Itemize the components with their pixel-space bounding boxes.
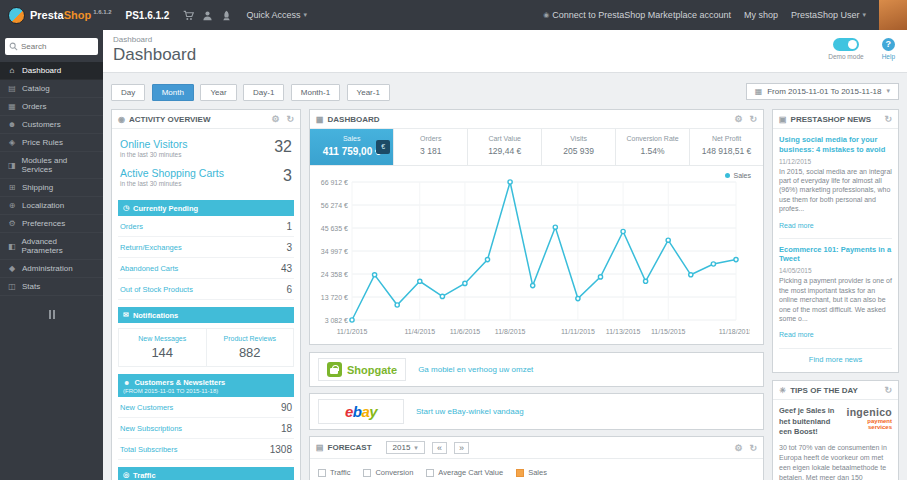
user-icon[interactable] [202,10,213,21]
quick-access-menu[interactable]: Quick Access▾ [246,10,307,20]
forecast-year-value: 2015 [393,443,411,452]
total-subscribers-link[interactable]: Total Subscribers [120,445,178,454]
brand-version: 1.6.1.2 [93,9,111,15]
help-control[interactable]: ? Help [882,38,895,60]
checkbox-icon[interactable] [363,469,371,477]
product-reviews-cell[interactable]: Product Reviews 882 [206,329,294,366]
read-more-link[interactable]: Read more [779,331,814,338]
cart-icon[interactable] [183,10,194,21]
gear-icon[interactable]: ⚙ [271,114,279,124]
brand-text: PrestaShop1.6.1.2 [30,9,112,21]
find-more-news-link[interactable]: Find more news [779,348,892,366]
checkbox-icon[interactable] [318,469,326,477]
forecast-year-select[interactable]: 2015▾ [386,441,425,454]
range-button-day-1[interactable]: Day-1 [243,84,284,101]
refresh-icon[interactable]: ↻ [749,114,757,124]
avatar[interactable] [879,0,907,30]
forecast-panel-title: FORECAST [328,443,372,452]
online-visitors-link[interactable]: Online Visitors [120,138,188,150]
kpi-sales[interactable]: Sales 411 759,00 € € [310,129,394,165]
checkbox-icon[interactable] [426,469,434,477]
news-item-title[interactable]: Using social media for your business: 4 … [779,135,892,155]
collapse-sidebar-button[interactable] [46,310,58,319]
forecast-legend-average-cart-value[interactable]: Average Cart Value [426,468,503,477]
pending-orders-link[interactable]: Orders [120,222,143,231]
date-range-picker[interactable]: ▦ From 2015-11-01 To 2015-11-18 ▾ [746,83,899,100]
svg-text:11/6/2015: 11/6/2015 [450,328,481,335]
read-more-link[interactable]: Read more [779,222,814,229]
pending-row: Return/Exchanges 3 [118,237,294,258]
sidebar-item-catalog[interactable]: ▤Catalog [0,80,103,98]
new-subscriptions-link[interactable]: New Subscriptions [120,424,182,433]
sidebar-item-price-rules[interactable]: ◈Price Rules [0,134,103,152]
my-shop-link[interactable]: My shop [744,10,778,20]
ebay-promo-link[interactable]: Start uw eBay-winkel vandaag [416,407,524,416]
ingenico-logo: ingenico payment services [843,406,892,436]
range-button-year-1[interactable]: Year-1 [347,84,390,101]
breadcrumb[interactable]: Dashboard [113,35,897,44]
sidebar-item-dashboard[interactable]: ⌂Dashboard [0,62,103,80]
forecast-next-button[interactable]: » [454,442,469,454]
customers-section-subtitle: (FROM 2015-11-01 TO 2015-11-18) [123,388,218,394]
checkbox-checked-icon[interactable] [516,469,524,477]
refresh-icon[interactable]: ↻ [884,114,892,124]
news-panel-title: PRESTASHOP NEWS [791,115,872,124]
range-button-month-1[interactable]: Month-1 [291,84,340,101]
sidebar-search[interactable] [5,38,98,55]
sidebar-item-localization[interactable]: ⊕Localization [0,197,103,215]
user-menu[interactable]: PrestaShop User▾ [791,10,866,20]
kpi-conversion-rate[interactable]: Conversion Rate 1.54% [616,129,690,165]
search-input[interactable] [21,42,91,51]
sidebar-item-label: Modules and Services [21,156,96,174]
prestashop-logo[interactable]: PrestaShop1.6.1.2 [0,7,120,24]
svg-text:13 720 €: 13 720 € [321,294,348,301]
forecast-legend-conversion[interactable]: Conversion [363,468,413,477]
active-carts-sub: in the last 30 minutes [120,180,224,187]
sidebar-item-shipping[interactable]: ⊞Shipping [0,179,103,197]
refresh-icon[interactable]: ↻ [286,114,294,124]
sidebar-item-preferences[interactable]: ⚙Preferences [0,215,103,233]
forecast-legend-traffic[interactable]: Traffic [318,468,350,477]
refresh-icon[interactable]: ↻ [884,385,892,395]
new-customers-link[interactable]: New Customers [120,403,173,412]
sidebar-item-customers[interactable]: ☻Customers [0,116,103,134]
chart-legend[interactable]: Sales [725,172,751,179]
kpi-cart-value[interactable]: Cart Value 129,44 € [468,129,542,165]
range-button-month[interactable]: Month [152,84,194,101]
product-reviews-value: 882 [209,345,292,360]
forecast-legend-sales[interactable]: Sales [516,468,547,477]
news-item-title[interactable]: Ecommerce 101: Payments in a Tweet [779,245,892,265]
new-messages-cell[interactable]: New Messages 144 [119,329,206,366]
help-icon[interactable]: ? [882,38,895,51]
gear-icon[interactable]: ⚙ [734,114,742,124]
rocket-icon[interactable] [221,10,232,21]
customers-icon: ☻ [123,379,130,386]
forecast-prev-button[interactable]: « [432,442,447,454]
sidebar-item-advanced-parameters[interactable]: ◧Advanced Parameters [0,233,103,260]
kpi-visits[interactable]: Visits 205 939 [542,129,616,165]
pending-returns-link[interactable]: Return/Exchanges [120,243,182,252]
sidebar-item-modules-and-services[interactable]: ◨Modules and Services [0,152,103,179]
range-button-day[interactable]: Day [111,84,145,101]
chevron-down-icon: ▾ [862,11,866,19]
kpi-net-profit[interactable]: Net Profit 148 918,51 € [690,129,763,165]
gear-icon[interactable]: ⚙ [734,443,742,453]
shopgate-promo-link[interactable]: Ga mobiel en verhoog uw omzet [418,365,533,374]
shopgate-promo: Shopgate Ga mobiel en verhoog uw omzet [309,352,764,387]
ebay-promo: ebay Start uw eBay-winkel vandaag [309,393,764,430]
out-of-stock-link[interactable]: Out of Stock Products [120,285,193,294]
marketplace-link[interactable]: ◉Connect to PrestaShop Marketplace accou… [543,10,731,20]
online-visitors-sub: in the last 30 minutes [120,151,188,158]
forecast-legend: Traffic Conversion Average Cart Value Sa… [310,459,763,480]
active-carts-link[interactable]: Active Shopping Carts [120,167,224,179]
sidebar-item-stats[interactable]: ◫Stats [0,278,103,296]
range-button-year[interactable]: Year [200,84,236,101]
abandoned-carts-link[interactable]: Abandoned Carts [120,264,178,273]
demo-mode-toggle[interactable] [833,38,859,51]
svg-text:11/11/2015: 11/11/2015 [561,328,595,335]
shop-name-link[interactable]: PS1.6.1.2 [126,10,170,21]
sidebar-item-orders[interactable]: ▦Orders [0,98,103,116]
sidebar-item-administration[interactable]: ◆Administration [0,260,103,278]
kpi-orders[interactable]: Orders 3 181 [394,129,468,165]
refresh-icon[interactable]: ↻ [749,443,757,453]
